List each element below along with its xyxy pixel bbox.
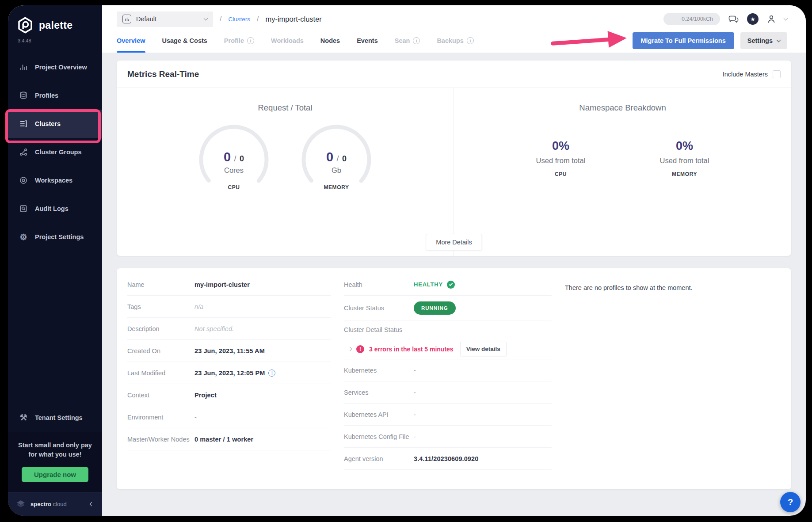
details-middle-column: Health HEALTHY Cluster Status RUNNING Cl…: [344, 274, 552, 476]
error-icon: [356, 345, 364, 353]
chat-icon[interactable]: [728, 14, 740, 24]
tab-overview[interactable]: Overview: [117, 28, 145, 53]
detail-row-services: Services -: [344, 381, 552, 404]
cluster-details-card: Name my-import-cluster Tags n/a Descript…: [117, 268, 791, 489]
rings-icon: [19, 175, 28, 185]
view-details-button[interactable]: View details: [460, 342, 507, 356]
node-graph-icon: [19, 147, 28, 157]
namespace-cpu-stat: 0% Used from total CPU: [523, 139, 599, 177]
sidebar-item-profiles[interactable]: Profiles: [8, 81, 102, 110]
help-button[interactable]: ?: [780, 492, 801, 512]
brand-name: palette: [39, 19, 72, 31]
include-masters: Include Masters: [723, 70, 781, 78]
tab-actions: Migrate To Full Permissions Settings: [633, 32, 788, 49]
tab-nodes[interactable]: Nodes: [320, 28, 340, 53]
palette-logo-icon: [16, 16, 34, 34]
sidebar-item-project-overview[interactable]: Project Overview: [8, 53, 102, 81]
tab-events[interactable]: Events: [357, 28, 378, 53]
bar-chart-icon: [19, 62, 28, 72]
cluster-list-icon: [19, 119, 28, 129]
detail-row-environment: Environment -: [127, 406, 331, 428]
doc-search-icon: [19, 204, 28, 213]
tab-usage-costs[interactable]: Usage & Costs: [162, 28, 207, 53]
sidebar-item-label: Tenant Settings: [35, 414, 83, 421]
cpu-gauge: 0 / 0 Cores CPU: [198, 124, 269, 191]
chevron-down-icon: [204, 16, 208, 21]
sidebar-item-project-settings[interactable]: ⚙ Project Settings: [8, 223, 102, 251]
detail-row-name: Name my-import-cluster: [127, 274, 331, 296]
header: Default / Clusters / my-import-cluster 0…: [102, 5, 806, 53]
main-area: Default / Clusters / my-import-cluster 0…: [102, 5, 806, 516]
detail-row-created-on: Created On 23 Jun, 2023, 11:55 AM: [127, 340, 331, 362]
metrics-title: Metrics Real-Time: [127, 69, 199, 79]
detail-row-kubernetes: Kubernetes -: [344, 359, 552, 381]
metrics-card: Metrics Real-Time Include Masters Reques…: [117, 61, 791, 256]
error-message: 3 errors in the last 5 minutes: [369, 346, 454, 353]
more-details-button[interactable]: More Details: [426, 234, 482, 251]
breadcrumb-current: my-import-cluster: [265, 15, 321, 23]
sidebar-item-clusters[interactable]: Clusters: [8, 110, 102, 138]
memory-gauge: 0 / 0 Gb MEMORY: [301, 124, 372, 191]
breadcrumb-clusters-link[interactable]: Clusters: [228, 16, 250, 23]
star-badge-icon[interactable]: [747, 13, 759, 25]
sidebar-item-workspaces[interactable]: Workspaces: [8, 166, 102, 194]
user-menu-chevron-icon[interactable]: [784, 16, 788, 21]
upgrade-promo: Start small and only pay for what you us…: [8, 432, 102, 492]
sidebar-item-label: Profiles: [35, 92, 58, 99]
usage-badge: 0.24/100kCh: [663, 13, 720, 25]
details-left-column: Name my-import-cluster Tags n/a Descript…: [127, 274, 331, 476]
settings-button[interactable]: Settings: [740, 32, 787, 49]
tab-scan: Scan: [395, 28, 420, 53]
promo-text: Start small and only pay for what you us…: [13, 441, 97, 460]
metrics-header: Metrics Real-Time Include Masters: [117, 61, 791, 88]
namespace-title: Namespace Breakdown: [579, 103, 666, 113]
app-window: palette 3.4.48 Project Overview: [8, 5, 806, 516]
namespace-memory-stat: 0% Used from total MEMORY: [647, 139, 722, 177]
sidebar-item-cluster-groups[interactable]: Cluster Groups: [8, 138, 102, 166]
upgrade-now-button[interactable]: Upgrade now: [22, 467, 88, 482]
sidebar-footer: spectro cloud: [8, 492, 102, 516]
sidebar-item-label: Cluster Groups: [35, 149, 82, 156]
namespace-stats: 0% Used from total CPU 0% Used from tota…: [523, 139, 722, 177]
chevron-right-icon[interactable]: [348, 347, 352, 351]
detail-row-description: Description Not specified.: [127, 318, 331, 340]
tab-workloads: Workloads: [271, 28, 304, 53]
tab-profile: Profile: [224, 28, 254, 53]
info-icon[interactable]: [268, 370, 275, 377]
chart-select-icon: [122, 15, 131, 23]
sidebar: palette 3.4.48 Project Overview: [8, 5, 102, 516]
detail-row-health: Health HEALTHY: [344, 274, 552, 296]
no-profiles-message: There are no profiles to show at the mom…: [565, 274, 781, 291]
detail-row-tags: Tags n/a: [127, 296, 331, 318]
detail-row-cluster-status: Cluster Status RUNNING: [344, 296, 552, 320]
request-total-title: Request / Total: [258, 103, 312, 113]
detail-row-last-modified: Last Modified 23 Jun, 2023, 12:05 PM: [127, 362, 331, 384]
gauges: 0 / 0 Cores CPU: [198, 124, 372, 191]
detail-row-kubernetes-api: Kubernetes API -: [344, 404, 552, 426]
brand-logo-row: palette: [8, 5, 102, 34]
detail-row-cluster-detail-status: Cluster Detail Status: [344, 320, 552, 339]
include-masters-checkbox[interactable]: [773, 70, 781, 78]
chevron-down-icon: [777, 38, 781, 42]
app-version: 3.4.48: [8, 34, 102, 43]
namespace-panel: Namespace Breakdown 0% Used from total C…: [454, 88, 791, 256]
content: Metrics Real-Time Include Masters Reques…: [102, 53, 806, 516]
project-selector-dropdown[interactable]: Default: [117, 11, 213, 27]
user-icon[interactable]: [766, 14, 777, 24]
breadcrumb-separator: /: [257, 15, 259, 23]
check-circle-icon: [447, 281, 455, 289]
sidebar-item-audit-logs[interactable]: Audit Logs: [8, 194, 102, 223]
tabs-bar: Overview Usage & Costs Profile Workloads…: [102, 28, 806, 53]
spectro-cloud-logo-icon: [15, 499, 27, 510]
topbar: Default / Clusters / my-import-cluster 0…: [102, 5, 806, 28]
detail-row-master-worker: Master/Worker Nodes 0 master / 1 worker: [127, 428, 331, 450]
footer-brand: spectro cloud: [30, 501, 67, 507]
collapse-sidebar-icon[interactable]: [90, 503, 93, 506]
cluster-errors-row: 3 errors in the last 5 minutes View deta…: [344, 339, 552, 359]
sidebar-item-label: Clusters: [35, 120, 61, 127]
sidebar-item-label: Audit Logs: [35, 205, 69, 212]
sidebar-nav: Project Overview Profiles: [8, 53, 102, 251]
migrate-to-full-permissions-button[interactable]: Migrate To Full Permissions: [633, 32, 734, 49]
info-icon: [413, 37, 420, 44]
sidebar-item-tenant-settings[interactable]: ⚒ Tenant Settings: [8, 404, 102, 432]
